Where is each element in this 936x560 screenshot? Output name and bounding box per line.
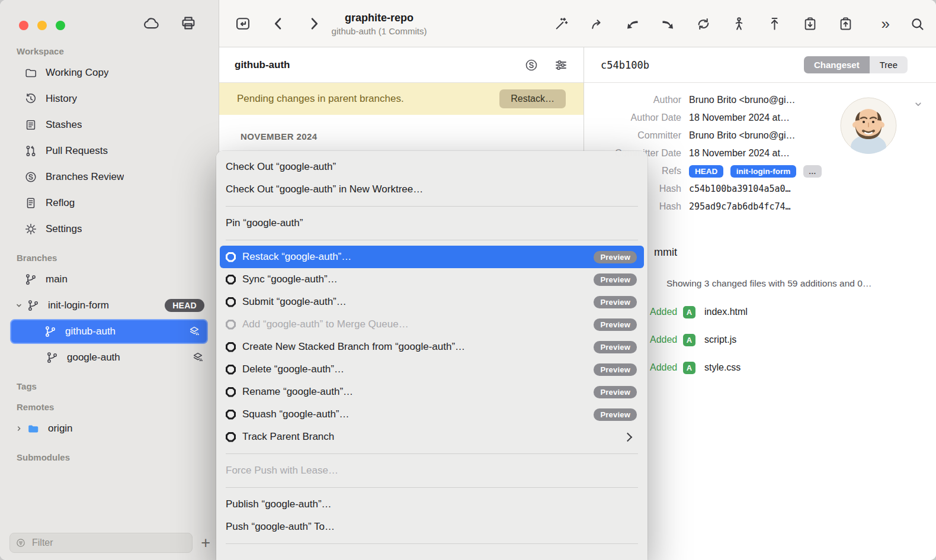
stack-view-icon[interactable] <box>524 58 538 72</box>
zoom-window-button[interactable] <box>56 21 65 30</box>
sidebar-item-branch-init-login-form[interactable]: init-login-form HEAD <box>9 292 210 318</box>
section-title-submodules: Submodules <box>17 452 203 462</box>
cloud-services-icon[interactable] <box>143 14 161 32</box>
chevron-right-icon[interactable] <box>14 424 24 433</box>
sidebar-item-label: Reflog <box>46 197 75 209</box>
sidebar-item-label: Settings <box>46 223 82 235</box>
graphite-octagon-icon <box>226 252 236 262</box>
menu-item-delete[interactable]: Delete “google-auth”… Preview <box>220 358 644 381</box>
sidebar-item-branch-google-auth[interactable]: google-auth <box>9 345 210 371</box>
toolbar-overflow-button[interactable]: » <box>881 15 890 33</box>
changeset-stats: Showing 3 changed files with 59 addition… <box>666 278 871 289</box>
sidebar-item-remote-origin[interactable]: origin <box>9 416 210 442</box>
file-name: index.html <box>704 307 748 317</box>
commit-up-icon[interactable] <box>767 16 783 32</box>
commit-id: c54b100b <box>601 59 649 71</box>
menu-item-pin[interactable]: Pin “google-auth” <box>220 212 644 234</box>
stack-warning-icon <box>191 351 204 364</box>
sidebar-item-branch-github-auth[interactable]: github-auth <box>10 319 208 344</box>
restack-banner: Pending changes in parent branches. Rest… <box>219 83 584 115</box>
sidebar-item-reflog[interactable]: Reflog <box>9 190 210 216</box>
graphite-octagon-icon <box>226 432 236 442</box>
menu-item-publish[interactable]: Publish “google-auth”… <box>220 493 644 516</box>
push-arrow-icon[interactable] <box>660 16 676 32</box>
git-branch-icon <box>26 299 40 312</box>
stash-save-icon[interactable] <box>838 16 854 32</box>
author-details-chevron-icon[interactable] <box>912 98 924 110</box>
search-icon[interactable] <box>909 16 925 32</box>
sidebar-item-branches-review[interactable]: Branches Review <box>9 164 210 190</box>
close-window-button[interactable] <box>19 21 28 30</box>
repo-subtitle: github-auth (1 Commits) <box>332 26 427 36</box>
graphite-octagon-icon <box>226 320 236 330</box>
menu-item-label: Restack “google-auth”… <box>242 251 351 263</box>
menu-separator <box>226 240 638 240</box>
menu-item-add-merge-queue[interactable]: Add “google-auth” to Merge Queue… Previe… <box>220 313 644 336</box>
quick-open-icon[interactable] <box>235 15 251 32</box>
menu-item-label: Check Out “google-auth” <box>226 161 336 173</box>
file-status: Added <box>650 334 677 345</box>
tab-changeset[interactable]: Changeset <box>804 56 870 73</box>
graphite-octagon-icon <box>226 342 236 352</box>
repo-title: graphite-repo <box>345 12 413 24</box>
folder-icon <box>24 66 38 79</box>
sidebar-item-branch-main[interactable]: main <box>9 266 210 292</box>
menu-item-restack[interactable]: Restack “google-auth”… Preview <box>220 246 644 268</box>
sync-icon[interactable] <box>695 16 711 32</box>
menu-item-label: Rename “google-auth”… <box>242 386 353 398</box>
menu-item-label: Squash “google-auth”… <box>242 408 350 420</box>
graphite-octagon-icon <box>226 275 236 285</box>
field-value: Bruno Brito <bruno@gi… <box>689 130 795 141</box>
menu-item-create-stacked-branch[interactable]: Create New Stacked Branch from “google-a… <box>220 336 644 358</box>
stash-apply-icon[interactable] <box>802 16 818 32</box>
graphite-octagon-icon <box>226 365 236 375</box>
menu-item-rename[interactable]: Rename “google-auth”… Preview <box>220 381 644 403</box>
app-window: Workspace Working Copy History Stashes P… <box>0 0 936 560</box>
sidebar-item-label: Stashes <box>46 119 82 131</box>
menu-item-squash[interactable]: Squash “google-auth”… Preview <box>220 403 644 426</box>
sidebar-item-settings[interactable]: Settings <box>9 216 210 242</box>
back-icon[interactable] <box>270 15 287 32</box>
preview-badge: Preview <box>594 318 637 331</box>
menu-item-checkout-worktree[interactable]: Check Out “google-auth” in New Worktree… <box>220 178 644 201</box>
file-status: Added <box>650 362 677 373</box>
menu-item-label: Publish “google-auth”… <box>226 498 332 510</box>
graphite-octagon-icon <box>226 297 236 307</box>
chevron-down-icon[interactable] <box>14 301 24 310</box>
add-button[interactable]: + <box>200 535 211 551</box>
menu-item-sync[interactable]: Sync “google-auth”… Preview <box>220 268 644 291</box>
menu-item-label: Delete “google-auth”… <box>242 363 344 375</box>
sidebar-item-pull-requests[interactable]: Pull Requests <box>9 138 210 164</box>
preview-badge: Preview <box>594 341 637 353</box>
restack-button[interactable]: Restack… <box>499 89 566 108</box>
tab-tree[interactable]: Tree <box>870 56 908 73</box>
window-controls <box>19 21 65 30</box>
menu-item-submit[interactable]: Submit “google-auth”… Preview <box>220 291 644 313</box>
sidebar-item-stashes[interactable]: Stashes <box>9 112 210 138</box>
print-icon[interactable] <box>179 14 197 32</box>
menu-item-force-push-lease[interactable]: Force Push with Lease… <box>220 459 644 482</box>
graphite-octagon-icon <box>226 410 236 420</box>
sidebar-item-history[interactable]: History <box>9 86 210 112</box>
filter-input[interactable] <box>31 537 187 549</box>
menu-item-track-parent-branch[interactable]: Track Parent Branch <box>220 426 644 448</box>
reflog-icon <box>24 197 38 210</box>
menu-item-checkout[interactable]: Check Out “google-auth” <box>220 156 644 178</box>
filter-field[interactable] <box>9 533 193 553</box>
menu-item-label: Create New Stacked Branch from “google-a… <box>242 341 465 353</box>
refs-more-button[interactable]: … <box>803 165 822 178</box>
field-label: Author Date <box>584 112 689 123</box>
branch-name-title: github-auth <box>235 59 290 71</box>
section-title-tags: Tags <box>17 381 203 391</box>
filter-sliders-icon[interactable] <box>554 58 568 72</box>
share-arrow-icon[interactable] <box>589 16 605 32</box>
magic-wand-icon[interactable] <box>553 16 569 32</box>
menu-item-push-to[interactable]: Push “google-auth” To… <box>220 516 644 538</box>
sidebar-item-working-copy[interactable]: Working Copy <box>9 60 210 86</box>
menu-separator <box>226 487 638 488</box>
walking-figure-icon[interactable] <box>731 16 747 32</box>
pull-arrow-icon[interactable] <box>624 16 640 32</box>
stash-icon <box>24 118 38 131</box>
commit-group-header: NOVEMBER 2024 <box>241 131 584 141</box>
minimize-window-button[interactable] <box>37 21 47 30</box>
